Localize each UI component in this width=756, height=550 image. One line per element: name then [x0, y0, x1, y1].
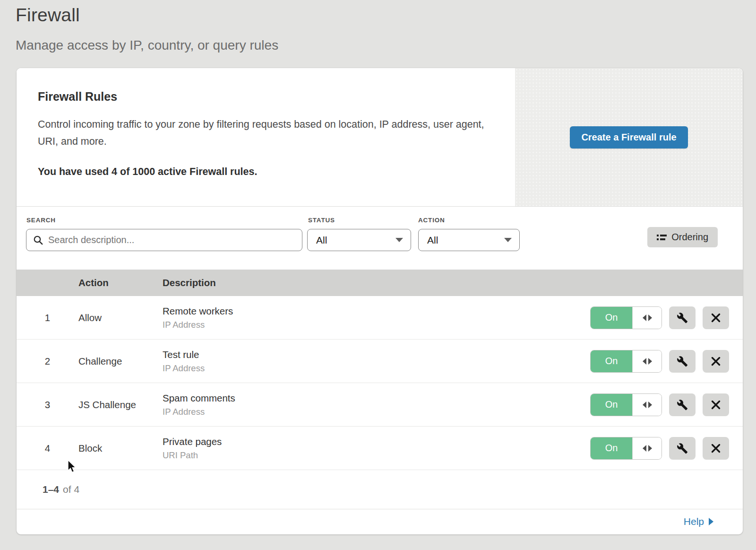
intro-text-panel: Firewall Rules Control incoming traffic …	[17, 68, 515, 206]
wrench-icon	[677, 443, 688, 454]
rule-action: Challenge	[78, 356, 163, 367]
rule-field-type: IP Address	[163, 363, 590, 374]
rule-field-type: IP Address	[163, 320, 590, 330]
ordering-button[interactable]: Ordering	[647, 227, 718, 247]
rule-description: Remote workers	[163, 306, 590, 317]
rule-action: Block	[78, 443, 163, 454]
rule-field-type: IP Address	[163, 407, 590, 417]
page-subtitle: Manage access by IP, country, or query r…	[16, 38, 278, 53]
rule-enabled-toggle[interactable]: On	[590, 393, 662, 416]
rule-enabled-toggle[interactable]: On	[590, 350, 662, 373]
toggle-handle-icon[interactable]	[632, 350, 662, 372]
chevron-down-icon	[504, 238, 512, 242]
search-label: SEARCH	[26, 217, 56, 224]
pagination-total: of 4	[63, 484, 79, 495]
rule-action: JS Challenge	[78, 399, 163, 410]
close-icon	[711, 400, 721, 410]
pagination-range: 1–4	[43, 484, 59, 495]
edit-rule-button[interactable]	[669, 393, 696, 416]
search-input[interactable]	[48, 235, 295, 245]
wrench-icon	[677, 399, 688, 410]
rule-controls: On	[590, 393, 729, 416]
pagination: 1–4 of 4	[17, 470, 743, 509]
rule-priority: 3	[17, 399, 78, 410]
table-header: Action Description	[17, 270, 743, 296]
close-icon	[711, 356, 721, 367]
rule-priority: 2	[17, 356, 78, 367]
action-select[interactable]: All	[418, 229, 520, 251]
status-selected-value: All	[316, 235, 327, 246]
rule-description-cell: Test rule IP Address	[163, 349, 590, 374]
rule-description-cell: Private pages URI Path	[163, 436, 590, 461]
toggle-handle-icon[interactable]	[632, 394, 662, 416]
rule-priority: 4	[17, 443, 78, 454]
toggle-on-label: On	[591, 394, 632, 416]
rule-description: Test rule	[163, 349, 590, 360]
search-icon	[33, 235, 43, 245]
wrench-icon	[677, 356, 688, 367]
close-icon	[711, 443, 721, 454]
toggle-handle-icon[interactable]	[632, 437, 662, 459]
description-column-header: Description	[163, 277, 743, 288]
help-link-label: Help	[684, 516, 704, 527]
intro-description: Control incoming traffic to your zone by…	[38, 116, 484, 150]
rule-enabled-toggle[interactable]: On	[590, 306, 662, 329]
rule-priority: 1	[17, 312, 78, 323]
edit-rule-button[interactable]	[669, 306, 696, 329]
ordering-button-label: Ordering	[671, 232, 708, 243]
edit-rule-button[interactable]	[669, 350, 696, 373]
create-rule-panel: Create a Firewall rule	[515, 68, 743, 206]
rule-controls: On	[590, 306, 729, 329]
chevron-down-icon	[395, 238, 403, 242]
rule-controls: On	[590, 437, 729, 460]
help-link[interactable]: Help	[684, 516, 713, 527]
rule-field-type: URI Path	[163, 450, 590, 461]
delete-rule-button[interactable]	[703, 350, 729, 373]
toggle-handle-icon[interactable]	[632, 307, 662, 329]
search-box[interactable]	[26, 229, 302, 251]
toggle-on-label: On	[591, 350, 632, 372]
create-firewall-rule-button[interactable]: Create a Firewall rule	[570, 126, 687, 148]
table-row: 2 Challenge Test rule IP Address On	[17, 340, 743, 383]
intro-section: Firewall Rules Control incoming traffic …	[17, 68, 743, 207]
delete-rule-button[interactable]	[703, 437, 729, 460]
toggle-on-label: On	[591, 437, 632, 459]
page-title: Firewall	[16, 5, 80, 26]
table-row: 3 JS Challenge Spam comments IP Address …	[17, 383, 743, 427]
table-row: 4 Block Private pages URI Path On	[17, 427, 743, 470]
rule-description-cell: Remote workers IP Address	[163, 306, 590, 330]
arrow-right-icon	[709, 518, 713, 525]
delete-rule-button[interactable]	[703, 306, 729, 329]
help-row: Help	[17, 509, 743, 533]
rule-controls: On	[590, 350, 729, 373]
toggle-on-label: On	[591, 307, 632, 329]
action-selected-value: All	[427, 235, 438, 246]
close-icon	[711, 313, 721, 323]
rule-enabled-toggle[interactable]: On	[590, 437, 662, 460]
rule-description: Spam comments	[163, 393, 590, 404]
delete-rule-button[interactable]	[703, 393, 729, 416]
rule-description: Private pages	[163, 436, 590, 447]
edit-rule-button[interactable]	[669, 437, 696, 460]
ordered-list-icon	[657, 235, 667, 240]
status-select[interactable]: All	[307, 229, 411, 251]
action-column-header: Action	[78, 277, 163, 288]
filter-bar: SEARCH STATUS All ACTION All Ordering	[17, 207, 743, 270]
firewall-rules-card: Firewall Rules Control incoming traffic …	[17, 68, 743, 534]
status-label: STATUS	[308, 217, 335, 224]
action-label: ACTION	[418, 217, 445, 224]
usage-summary: You have used 4 of 1000 active Firewall …	[38, 166, 491, 178]
wrench-icon	[677, 312, 688, 323]
rule-description-cell: Spam comments IP Address	[163, 393, 590, 417]
rule-action: Allow	[78, 312, 163, 323]
table-row: 1 Allow Remote workers IP Address On	[17, 296, 743, 340]
intro-heading: Firewall Rules	[38, 90, 491, 104]
